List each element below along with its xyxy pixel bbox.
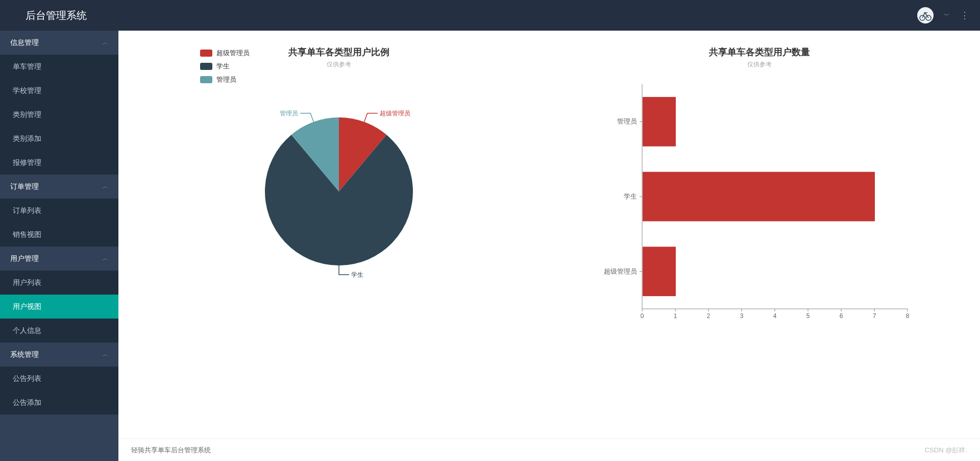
legend-item-1[interactable]: 学生 bbox=[200, 62, 250, 71]
bar-chart-panel: 共享单车各类型用户数量 仅供参考 012345678管理员学生超级管理员 bbox=[559, 46, 960, 423]
menu-item-1-0[interactable]: 订单列表 bbox=[0, 199, 118, 223]
pie-subtitle: 仅供参考 bbox=[327, 60, 351, 69]
sidebar: 信息管理︿单车管理学校管理类别管理类别添加报修管理订单管理︿订单列表销售视图用户… bbox=[0, 31, 118, 461]
menu-item-0-1[interactable]: 学校管理 bbox=[0, 79, 118, 103]
bar[interactable] bbox=[643, 172, 875, 222]
legend-label: 超级管理员 bbox=[216, 48, 250, 58]
pie-label: 学生 bbox=[351, 271, 363, 278]
menu-item-0-0[interactable]: 单车管理 bbox=[0, 55, 118, 79]
footer: 轻骑共享单车后台管理系统 CSDN @彭祥. bbox=[118, 439, 980, 461]
menu-group-1[interactable]: 订单管理︿ bbox=[0, 175, 118, 199]
x-tick-label: 1 bbox=[674, 312, 677, 320]
pie-label: 超级管理员 bbox=[380, 110, 410, 117]
x-tick-label: 0 bbox=[641, 312, 644, 320]
bar-category-label: 超级管理员 bbox=[604, 268, 637, 275]
main-area: 超级管理员学生管理员 共享单车各类型用户比例 仅供参考 超级管理员学生管理员 共… bbox=[118, 31, 980, 461]
bar-category-label: 学生 bbox=[624, 192, 637, 200]
bar-title: 共享单车各类型用户数量 bbox=[709, 46, 810, 58]
x-tick-label: 5 bbox=[806, 312, 810, 320]
bar-chart: 012345678管理员学生超级管理员 bbox=[594, 79, 925, 324]
x-tick-label: 6 bbox=[840, 312, 843, 320]
watermark: CSDN @彭祥. bbox=[925, 439, 967, 461]
footer-text: 轻骑共享单车后台管理系统 bbox=[131, 439, 211, 461]
content: 超级管理员学生管理员 共享单车各类型用户比例 仅供参考 超级管理员学生管理员 共… bbox=[118, 31, 980, 439]
top-header: 后台管理系统 ﹀ ⋮ bbox=[0, 0, 980, 31]
menu-item-0-2[interactable]: 类别管理 bbox=[0, 103, 118, 127]
menu-group-2[interactable]: 用户管理︿ bbox=[0, 247, 118, 271]
menu-item-2-2[interactable]: 个人信息 bbox=[0, 319, 118, 343]
menu-item-3-0[interactable]: 公告列表 bbox=[0, 367, 118, 391]
legend-swatch bbox=[200, 63, 212, 70]
pie-title: 共享单车各类型用户比例 bbox=[288, 46, 389, 58]
x-tick-label: 2 bbox=[707, 312, 710, 320]
chevron-up-icon: ︿ bbox=[102, 247, 108, 271]
menu-item-0-4[interactable]: 报修管理 bbox=[0, 151, 118, 175]
chevron-up-icon: ︿ bbox=[102, 343, 108, 367]
bar-subtitle: 仅供参考 bbox=[747, 60, 772, 69]
header-right: ﹀ ⋮ bbox=[917, 7, 970, 23]
x-tick-label: 7 bbox=[873, 312, 876, 320]
bar-category-label: 管理员 bbox=[617, 117, 637, 125]
pie-legend: 超级管理员学生管理员 bbox=[200, 48, 250, 88]
pie-chart: 超级管理员学生管理员 bbox=[206, 94, 472, 299]
menu-group-3[interactable]: 系统管理︿ bbox=[0, 343, 118, 367]
user-dropdown-icon[interactable]: ﹀ bbox=[944, 11, 950, 20]
more-icon[interactable]: ⋮ bbox=[960, 10, 970, 21]
app-title: 后台管理系统 bbox=[10, 9, 87, 22]
legend-label: 管理员 bbox=[216, 75, 236, 84]
bike-icon bbox=[919, 9, 932, 22]
bar[interactable] bbox=[643, 97, 676, 147]
legend-swatch bbox=[200, 50, 212, 57]
pie-chart-panel: 超级管理员学生管理员 共享单车各类型用户比例 仅供参考 超级管理员学生管理员 bbox=[139, 46, 539, 423]
chevron-up-icon: ︿ bbox=[102, 175, 108, 199]
pie-label: 管理员 bbox=[280, 110, 298, 117]
menu-item-3-1[interactable]: 公告添加 bbox=[0, 391, 118, 415]
x-tick-label: 3 bbox=[740, 312, 744, 320]
avatar[interactable] bbox=[917, 7, 934, 23]
menu-item-0-3[interactable]: 类别添加 bbox=[0, 127, 118, 151]
legend-item-0[interactable]: 超级管理员 bbox=[200, 48, 250, 58]
chevron-up-icon: ︿ bbox=[102, 31, 108, 55]
legend-item-2[interactable]: 管理员 bbox=[200, 75, 250, 84]
menu-item-2-1[interactable]: 用户视图 bbox=[0, 295, 118, 319]
legend-swatch bbox=[200, 76, 212, 83]
menu-group-0[interactable]: 信息管理︿ bbox=[0, 31, 118, 55]
x-tick-label: 4 bbox=[773, 312, 777, 320]
bar[interactable] bbox=[643, 247, 676, 296]
x-tick-label: 8 bbox=[906, 312, 910, 320]
legend-label: 学生 bbox=[216, 62, 230, 71]
menu-item-1-1[interactable]: 销售视图 bbox=[0, 223, 118, 247]
menu-item-2-0[interactable]: 用户列表 bbox=[0, 271, 118, 295]
